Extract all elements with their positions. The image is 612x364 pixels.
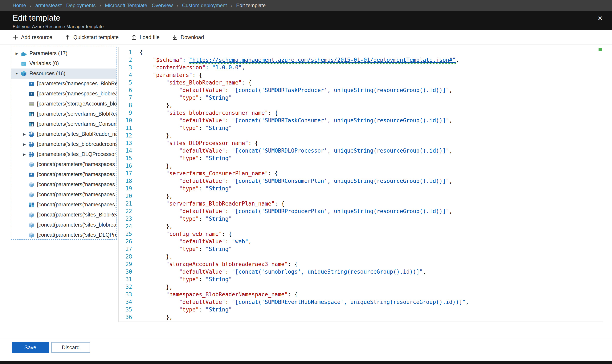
code-line[interactable]: },	[140, 283, 603, 291]
eventhub-icon	[28, 171, 35, 178]
line-number: 10	[119, 117, 132, 124]
line-number: 5	[119, 79, 132, 87]
code-line[interactable]: "storageAccounts_blobreaderaea3_name": {	[140, 260, 603, 268]
cube-icon	[28, 221, 35, 228]
eventhub-dark-icon	[28, 90, 35, 97]
code-line[interactable]: "defaultValue": "[concat('SUMOBRConsumer…	[140, 177, 603, 185]
code-line[interactable]: },	[140, 102, 603, 109]
tree-item-18[interactable]: [concat(parameters('sites_DLQPro...	[11, 230, 117, 240]
code-line[interactable]: "config_web_name": {	[140, 230, 603, 238]
template-editor[interactable]: 1234567891011121314151617181920212223242…	[118, 47, 603, 322]
chevron-right-icon[interactable]: ▶	[21, 142, 28, 146]
code-line[interactable]: "type": "String"	[140, 246, 603, 253]
tree-item-13[interactable]: [concat(parameters('namespaces_...	[11, 180, 117, 190]
tree-item-label: [parameters('namespaces_BlobRe...	[37, 81, 117, 87]
cube-icon	[28, 211, 35, 218]
tree-item-16[interactable]: [concat(parameters('sites_BlobRea...	[11, 210, 117, 220]
tree-item-9[interactable]: ▶[parameters('sites_blobreadercons...	[11, 139, 117, 149]
eventhub-icon	[28, 80, 35, 87]
tree-item-12[interactable]: [concat(parameters('namespaces_...	[11, 169, 117, 180]
code-line[interactable]: "namespaces_BlobReaderNamespace_name": {	[140, 291, 603, 299]
code-line[interactable]: },	[140, 253, 603, 260]
line-number: 36	[119, 313, 132, 321]
code-line[interactable]: "defaultValue": "[concat('SUMOBRProducer…	[140, 208, 603, 215]
tree-item-6[interactable]: [parameters('serverfarms_BlobRea...	[11, 109, 117, 119]
tree-item-14[interactable]: [concat(parameters('namespaces_...	[11, 190, 117, 200]
code-line[interactable]: "type": "String"	[140, 124, 603, 132]
tree-item-label: [concat(parameters('sites_blobrea...	[37, 222, 117, 228]
code-line[interactable]: "type": "String"	[140, 155, 603, 162]
code-line[interactable]: },	[140, 162, 603, 170]
breadcrumb-item-2[interactable]: Microsoft.Template - Overview	[105, 2, 173, 8]
code-line[interactable]: "defaultValue": "web",	[140, 238, 603, 246]
discard-button[interactable]: Discard	[51, 342, 90, 353]
code-line[interactable]: "type": "String"	[140, 306, 603, 313]
load-file-button[interactable]: Load file	[131, 34, 160, 40]
save-button[interactable]: Save	[12, 342, 49, 353]
code-line[interactable]: "type": "String"	[140, 276, 603, 283]
storage-icon	[28, 101, 35, 107]
close-icon[interactable]: ✕	[598, 15, 603, 21]
cube-icon	[28, 232, 35, 238]
line-number: 37	[119, 321, 132, 322]
tree-item-label: [parameters('sites_DLQProcessor_...	[37, 151, 117, 157]
chevron-right-icon[interactable]: ▶	[21, 152, 28, 156]
code-line[interactable]: "defaultValue": "[concat('SUMOBRTaskProd…	[140, 87, 603, 94]
tree-item-11[interactable]: [concat(parameters('namespaces_...	[11, 159, 117, 169]
code-line[interactable]: "defaultValue": "[concat('sumobrlogs', u…	[140, 268, 603, 276]
code-line[interactable]: "sites_blobreaderconsumer_name": {	[140, 109, 603, 117]
tree-item-5[interactable]: [parameters('storageAccounts_blo...	[11, 99, 117, 109]
tree-item-2[interactable]: ▼Resources (16)	[11, 68, 117, 78]
chevron-down-icon[interactable]: ▼	[13, 72, 20, 76]
tree-item-label: [parameters('serverfarms_Consum...	[37, 121, 117, 127]
code-line[interactable]: "defaultValue": "[concat('SUMOBRTaskCons…	[140, 117, 603, 124]
editor-scrollbar[interactable]	[598, 47, 603, 322]
line-number: 24	[119, 223, 132, 230]
tree-item-label: [parameters('serverfarms_BlobRea...	[37, 111, 117, 117]
quickstart-template-button[interactable]: Quickstart template	[65, 34, 119, 40]
breadcrumb: Home›armtesteast - Deployments›Microsoft…	[0, 0, 612, 11]
breadcrumb-item-1[interactable]: armtesteast - Deployments	[35, 2, 96, 8]
code-area[interactable]: { "$schema": "https://schema.management.…	[136, 47, 603, 322]
breadcrumb-item-3[interactable]: Custom deployment	[182, 2, 227, 8]
chevron-right-icon[interactable]: ▶	[21, 132, 28, 136]
code-line[interactable]: "type": "String"	[140, 185, 603, 193]
code-line[interactable]: "sites_DLQProcessor_name": {	[140, 140, 603, 147]
tree-item-1[interactable]: Variables (0)	[11, 58, 117, 68]
code-line[interactable]: "defaultValue": "[concat('SUMOBRDLQProce…	[140, 147, 603, 155]
code-line[interactable]: "type": "String"	[140, 215, 603, 223]
tree-item-15[interactable]: [concat(parameters('namespaces_...	[11, 200, 117, 210]
tree-item-0[interactable]: ▶Parameters (17)	[11, 48, 117, 58]
code-line[interactable]: },	[140, 313, 603, 321]
tree-item-17[interactable]: [concat(parameters('sites_blobrea...	[11, 220, 117, 230]
code-line[interactable]: "type": "String"	[140, 94, 603, 102]
code-line[interactable]: "namespaces_BlobReaderNamespace_Authoriz…	[140, 321, 603, 322]
tree-item-label: [concat(parameters('sites_DLQPro...	[37, 232, 117, 238]
code-line[interactable]: "sites_BlobReader_name": {	[140, 79, 603, 87]
download-button[interactable]: Download	[172, 34, 204, 40]
code-line[interactable]: "serverfarms_ConsumerPlan_name": {	[140, 170, 603, 177]
chevron-right-icon[interactable]: ▶	[13, 52, 20, 55]
line-number: 35	[119, 306, 132, 313]
tree-item-3[interactable]: [parameters('namespaces_BlobRe...	[11, 78, 117, 89]
bottom-bar	[0, 361, 612, 364]
code-line[interactable]: },	[140, 193, 603, 200]
code-line[interactable]: "$schema": "https://schema.management.az…	[140, 56, 603, 64]
code-line[interactable]: },	[140, 132, 603, 140]
code-line[interactable]: "parameters": {	[140, 71, 603, 79]
tree-item-4[interactable]: [parameters('namespaces_blobrea...	[11, 89, 117, 99]
code-line[interactable]: {	[140, 49, 603, 56]
code-line[interactable]: },	[140, 223, 603, 230]
line-number: 2	[119, 56, 132, 64]
tree-item-10[interactable]: ▶[parameters('sites_DLQProcessor_...	[11, 149, 117, 159]
breadcrumb-item-0[interactable]: Home	[13, 2, 26, 8]
tree-item-7[interactable]: [parameters('serverfarms_Consum...	[11, 119, 117, 129]
code-line[interactable]: "serverfarms_BlobReaderPlan_name": {	[140, 200, 603, 208]
code-line[interactable]: "defaultValue": "[concat('SUMOBREventHub…	[140, 299, 603, 306]
page-subtitle: Edit your Azure Resource Manager templat…	[13, 24, 612, 29]
code-line[interactable]: "contentVersion": "1.0.0.0",	[140, 64, 603, 71]
add-resource-button[interactable]: Add resource	[13, 34, 52, 40]
tree-item-8[interactable]: ▶[parameters('sites_BlobReader_na...	[11, 129, 117, 139]
schema-url-link[interactable]: "https://schema.management.azure.com/sch…	[189, 57, 456, 63]
line-number: 23	[119, 215, 132, 223]
